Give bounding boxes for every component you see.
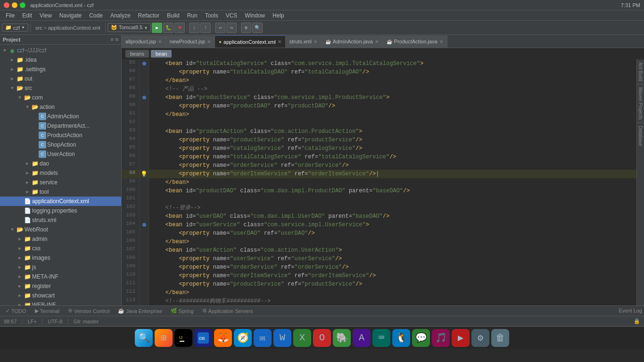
dock-office[interactable]: O: [313, 329, 331, 347]
tab-adminaction[interactable]: ☕ AdminAction.java ✕: [322, 35, 383, 48]
dock-launchpad[interactable]: ⊞: [155, 329, 173, 347]
tree-idea[interactable]: ▶ 📁 .idea: [0, 55, 121, 65]
dock-qq[interactable]: 🐧: [392, 329, 410, 347]
tree-tool[interactable]: ▶ 📁 tool: [0, 187, 121, 197]
undo-button[interactable]: ↩: [215, 23, 225, 33]
tree-admin[interactable]: ▶ 📁 admin: [0, 234, 121, 244]
dock-iterm[interactable]: ⌨: [372, 329, 390, 347]
tab-version-control[interactable]: ⑨ Version Control: [64, 306, 113, 316]
dock-datagrip[interactable]: DB: [194, 329, 212, 347]
dock-mail[interactable]: ✉: [254, 329, 272, 347]
dock-alfred[interactable]: A: [353, 329, 371, 347]
dock-intellij[interactable]: IJ: [174, 329, 192, 347]
database-panel[interactable]: Database: [637, 123, 644, 149]
status-linesep[interactable]: LF+: [28, 319, 37, 324]
tab-terminal[interactable]: ▶ Terminal: [31, 306, 64, 316]
menu-run[interactable]: Run: [183, 10, 201, 20]
status-encoding[interactable]: UTF-8: [48, 319, 62, 324]
tree-web-inf[interactable]: ▶ 📁 WEB-INF: [0, 300, 121, 305]
tree-images[interactable]: ▶ 📁 images: [0, 253, 121, 263]
breakpoint-dot[interactable]: [142, 96, 146, 99]
breakpoint-dot[interactable]: [142, 62, 146, 66]
project-selector[interactable]: 📁 czf ▼: [2, 24, 28, 32]
tomcat-selector[interactable]: 🐱 Tomcat8.5 ▼: [107, 23, 151, 32]
menu-refactor[interactable]: Refactor: [134, 10, 163, 20]
tree-models[interactable]: ▶ 📁 models: [0, 168, 121, 178]
tab-struts[interactable]: struts.xml ✕: [286, 35, 322, 48]
menu-view[interactable]: View: [36, 10, 56, 20]
menu-file[interactable]: File: [2, 10, 18, 20]
tab-close-icon[interactable]: ✕: [439, 39, 443, 44]
redo-button[interactable]: ↪: [226, 23, 237, 33]
search-everywhere-button[interactable]: 🔍: [252, 23, 263, 33]
breakpoint-dot[interactable]: [142, 223, 146, 227]
tree-product-action[interactable]: C ProductAction: [0, 131, 121, 140]
tab-close-icon[interactable]: ✕: [158, 39, 162, 44]
tree-service[interactable]: ▶ 📁 service: [0, 178, 121, 187]
tab-close-icon[interactable]: ✕: [314, 39, 317, 44]
run-button[interactable]: ▶: [152, 23, 162, 33]
maximize-button[interactable]: [20, 2, 25, 8]
close-button[interactable]: [4, 2, 9, 8]
tree-dept-action[interactable]: C DepartmentAct...: [0, 121, 121, 131]
tab-spring[interactable]: 🌿 Spring: [167, 306, 198, 316]
tab-allproduct[interactable]: allproduct.jsp ✕: [122, 35, 166, 48]
tree-logging[interactable]: 📄 logging.properties: [0, 206, 121, 215]
tab-close-icon[interactable]: ✕: [278, 39, 281, 44]
tree-css[interactable]: ▶ 📁 css: [0, 244, 121, 253]
maven-projects-panel[interactable]: Maven Projects: [637, 84, 644, 123]
header-icon-1[interactable]: ⚙: [111, 37, 114, 42]
vcs-update-button[interactable]: ↓: [189, 23, 199, 33]
subtab-beans[interactable]: beans: [125, 50, 149, 58]
dock-evernote[interactable]: 🐘: [333, 329, 351, 347]
ant-build-panel[interactable]: Ant Build: [637, 59, 644, 84]
tree-user-action[interactable]: C UserAction: [0, 149, 121, 159]
menu-edit[interactable]: Edit: [18, 10, 36, 20]
dock-settings[interactable]: ⚙: [471, 329, 489, 347]
tree-admin-action[interactable]: C AdminAction: [0, 112, 121, 121]
settings-button[interactable]: ⚙: [241, 23, 251, 33]
tab-java-enterprise[interactable]: ☕ Java Enterprise: [114, 306, 165, 316]
tab-appcontext[interactable]: ● applicationContext.xml ✕: [215, 35, 286, 48]
vcs-push-button[interactable]: ↑: [200, 23, 211, 33]
tree-showcart[interactable]: ▶ 📁 showcart: [0, 291, 121, 300]
tree-struts[interactable]: 📄 struts.xml: [0, 215, 121, 225]
menu-window[interactable]: Window: [241, 10, 269, 20]
menu-navigate[interactable]: Navigate: [56, 10, 85, 20]
menu-code[interactable]: Code: [85, 10, 107, 20]
tab-app-servers[interactable]: ⚙ Application Servers: [198, 306, 257, 316]
tree-meta-inf[interactable]: ▶ 📁 META-INF: [0, 272, 121, 281]
tree-webroot[interactable]: ▼ 📂 WebRoot: [0, 225, 121, 234]
menu-help[interactable]: Help: [269, 10, 288, 20]
dock-trash[interactable]: 🗑: [491, 329, 509, 347]
tab-todo[interactable]: ✓ TODO: [2, 306, 30, 316]
header-icon-2[interactable]: ⊞: [116, 37, 118, 42]
menu-vcs[interactable]: VCS: [222, 10, 241, 20]
dock-excel[interactable]: X: [293, 329, 311, 347]
tab-close-icon[interactable]: ✕: [375, 39, 379, 44]
debug-button[interactable]: 🐛: [163, 23, 173, 33]
tree-settings[interactable]: ▶ 📁 .settings: [0, 65, 121, 74]
tree-shop-action[interactable]: C ShopAction: [0, 140, 121, 149]
tree-dao[interactable]: ▶ 📁 dao: [0, 159, 121, 168]
dock-safari[interactable]: 🧭: [234, 329, 252, 347]
status-vcs[interactable]: Git: master: [74, 319, 99, 324]
code-editor[interactable]: 85 <bean id="totalCatalogService" class=…: [122, 59, 636, 305]
menu-analyze[interactable]: Analyze: [107, 10, 134, 20]
tree-root[interactable]: ▼ ◉ czf ~/JJJ/czf: [0, 46, 121, 55]
tree-out[interactable]: ▶ 📁 out: [0, 74, 121, 83]
tree-action[interactable]: ▼ 📂 action: [0, 102, 121, 112]
tab-close-icon[interactable]: ✕: [207, 39, 211, 44]
menu-build[interactable]: Build: [163, 10, 183, 20]
tree-com[interactable]: ▼ 📂 com: [0, 93, 121, 102]
tree-src[interactable]: ▼ 📂 src: [0, 83, 121, 93]
tree-register[interactable]: ▶ 📁 register: [0, 281, 121, 291]
dock-firefox[interactable]: 🦊: [214, 329, 232, 347]
event-log-button[interactable]: Event Log: [619, 308, 642, 314]
stop-button[interactable]: ■: [174, 23, 185, 33]
tab-productaction[interactable]: ☕ ProductAction.java ✕: [383, 35, 447, 48]
menu-tools[interactable]: Tools: [201, 10, 222, 20]
dock-finder[interactable]: 🔍: [135, 329, 153, 347]
dock-video[interactable]: ▶: [452, 329, 470, 347]
dock-word[interactable]: W: [273, 329, 291, 347]
